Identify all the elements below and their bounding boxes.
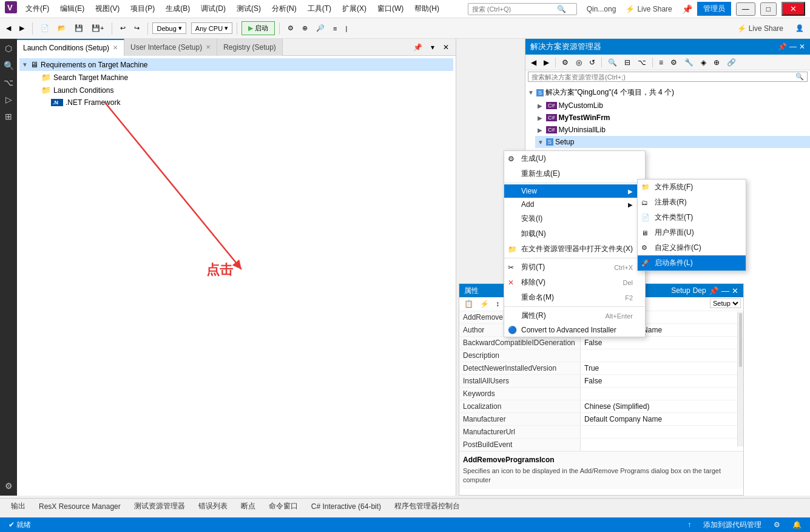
status-source-control[interactable]: 添加到源代码管理 (700, 520, 765, 530)
act-ext-button[interactable]: ⊞ (1, 109, 16, 124)
tab-close-all-button[interactable]: ✕ (440, 41, 452, 53)
sm-filetypes[interactable]: 📄 文件类型(T) (638, 210, 746, 225)
menu-test[interactable]: 测试(S) (232, 2, 266, 15)
act-debug-button[interactable]: ▷ (1, 92, 16, 107)
liveshare-button[interactable]: ⚡ Live Share (621, 3, 677, 15)
menu-analyze[interactable]: 分析(N) (267, 2, 302, 15)
props-icon-3[interactable]: ↕ (493, 298, 502, 309)
maximize-button[interactable]: □ (760, 2, 777, 16)
se-collapse-btn[interactable]: ⊟ (621, 56, 633, 69)
new-file-button[interactable]: 📄 (37, 22, 53, 35)
btab-resx[interactable]: ResX Resource Manager (33, 501, 127, 512)
save-all-button[interactable]: 💾+ (88, 22, 107, 35)
cm-build[interactable]: ⚙ 生成(U) (504, 151, 645, 166)
se-forward-btn[interactable]: ▶ (541, 56, 552, 69)
toolbar-btn-e[interactable]: | (342, 22, 351, 35)
btab-breakpoints[interactable]: 断点 (235, 500, 262, 513)
menu-file[interactable]: 文件(F) (21, 2, 54, 15)
liveshare-toolbar-button[interactable]: ⚡ Live Share (732, 22, 788, 35)
se-more-btn[interactable]: ≡ (656, 56, 666, 69)
se-refresh-btn[interactable]: ↺ (586, 56, 598, 69)
close-button[interactable]: ✕ (781, 2, 805, 16)
tab-launch-conditions[interactable]: Launch Conditions (Setup) ✕ (17, 39, 124, 56)
se-extra-btn1[interactable]: ⚙ (667, 56, 680, 69)
se-solution-root[interactable]: ▼ S 解决方案"QingLong"(4 个项目，共 4 个) (525, 86, 810, 99)
tab-menu-button[interactable]: ▾ (428, 41, 437, 53)
se-extra-btn3[interactable]: ◈ (698, 56, 709, 69)
toolbar-profile-button[interactable]: 👤 (792, 22, 808, 35)
sm-launchconditions[interactable]: 🚀 启动条件(L) (638, 255, 746, 271)
save-button[interactable]: 💾 (71, 22, 87, 35)
btab-pkgmgr[interactable]: 程序包管理器控制台 (388, 500, 466, 513)
sm-userinterface[interactable]: 🖥 用户界面(U) (638, 225, 746, 240)
cpu-dropdown[interactable]: Any CPU ▾ (191, 22, 232, 34)
menu-project[interactable]: 项目(P) (126, 2, 160, 15)
cm-convert[interactable]: 🔵 Convert to Advanced Installer (504, 323, 645, 337)
se-search-input[interactable] (532, 73, 795, 81)
se-item-mycustomlib[interactable]: ▶ C# MyCustomLib (535, 99, 810, 112)
act-source-button[interactable]: ⌥ (1, 75, 16, 90)
se-close-button[interactable]: ✕ (799, 42, 805, 51)
menu-edit[interactable]: 编辑(E) (55, 2, 89, 15)
se-props-btn[interactable]: ⚙ (559, 56, 572, 69)
cm-cut[interactable]: ✂ 剪切(T) Ctrl+X (504, 260, 645, 275)
se-git-btn[interactable]: ⌥ (635, 56, 649, 69)
guanli-button[interactable]: 管理员 (697, 2, 731, 16)
se-show-all-btn[interactable]: ◎ (573, 56, 585, 69)
menu-window[interactable]: 窗口(W) (373, 2, 408, 15)
forward-button[interactable]: ▶ (16, 22, 28, 35)
cm-view[interactable]: View ▶ (504, 184, 645, 198)
tab-registry[interactable]: Registry (Setup) (217, 39, 283, 56)
tree-item-search[interactable]: 📁 Search Target Machine (39, 71, 453, 84)
props-select[interactable]: Setup (710, 298, 741, 308)
back-button[interactable]: ◀ (2, 22, 15, 35)
se-extra-btn4[interactable]: ⊕ (710, 56, 723, 69)
se-item-mytestwinfrm[interactable]: ▶ C# MyTestWinFrm (535, 112, 810, 124)
props-pin-btn[interactable]: 📌 (709, 286, 719, 295)
act-nav-button[interactable]: ⬡ (1, 41, 16, 56)
toolbar-btn-c[interactable]: 🔎 (312, 22, 328, 35)
tree-root[interactable]: ▼ 🖥 Requirements on Target Machine (19, 58, 453, 71)
btab-csharp[interactable]: C# Interactive (64-bit) (305, 501, 387, 512)
tree-item-dotnet[interactable]: .N .NET Framework (49, 96, 453, 109)
tree-item-launch[interactable]: 📁 Launch Conditions (39, 84, 453, 96)
redo-button[interactable]: ↪ (130, 22, 143, 35)
cm-properties[interactable]: 属性(R) Alt+Enter (504, 308, 645, 323)
se-search-bar[interactable]: 🔍 (528, 72, 808, 82)
toolbar-btn-a[interactable]: ⚙ (284, 22, 297, 35)
sm-registry[interactable]: 🗂 注册表(R) (638, 195, 746, 210)
cm-add[interactable]: Add ▶ (504, 198, 645, 211)
props-min-btn[interactable]: — (721, 286, 729, 295)
props-close-btn[interactable]: ✕ (732, 286, 738, 295)
se-item-setup[interactable]: ▼ S Setup (535, 136, 810, 148)
se-item-myuninsiall[interactable]: ▶ C# MyUninsiallLib (535, 124, 810, 136)
se-extra-btn5[interactable]: 🔗 (724, 56, 739, 69)
se-minimize-button[interactable]: — (789, 42, 797, 51)
props-scrollbar[interactable] (737, 312, 743, 446)
minimize-button[interactable]: — (736, 2, 755, 16)
cm-rebuild[interactable]: 重新生成(E) (504, 166, 645, 181)
undo-button[interactable]: ↩ (116, 22, 129, 35)
btab-errors[interactable]: 错误列表 (192, 500, 234, 513)
menu-tools[interactable]: 工具(T) (303, 2, 336, 15)
open-button[interactable]: 📂 (54, 22, 70, 35)
act-search-button[interactable]: 🔍 (1, 58, 16, 73)
debug-mode-dropdown[interactable]: Debug ▾ (152, 22, 186, 34)
cm-openfolder[interactable]: 📁 在文件资源管理器中打开文件夹(X) (504, 241, 645, 257)
se-back-btn[interactable]: ◀ (528, 56, 539, 69)
cm-rename[interactable]: 重命名(M) F2 (504, 290, 645, 305)
search-input[interactable] (472, 5, 557, 13)
se-extra-btn2[interactable]: 🔧 (681, 56, 697, 69)
tab-close-launch[interactable]: ✕ (113, 44, 118, 51)
se-pin-button[interactable]: 📌 (778, 42, 787, 51)
menu-view[interactable]: 视图(V) (90, 2, 124, 15)
act-settings-button[interactable]: ⚙ (1, 479, 16, 493)
props-icon-2[interactable]: ⚡ (478, 298, 491, 309)
menu-help[interactable]: 帮助(H) (410, 2, 444, 15)
cm-remove[interactable]: ✕ 移除(V) Del (504, 275, 645, 290)
menu-debug[interactable]: 调试(D) (196, 2, 231, 15)
btab-cmd[interactable]: 命令窗口 (263, 500, 304, 513)
se-filter-btn[interactable]: 🔍 (605, 56, 620, 69)
cm-install[interactable]: 安装(I) (504, 211, 645, 226)
btab-output[interactable]: 输出 (5, 500, 32, 513)
